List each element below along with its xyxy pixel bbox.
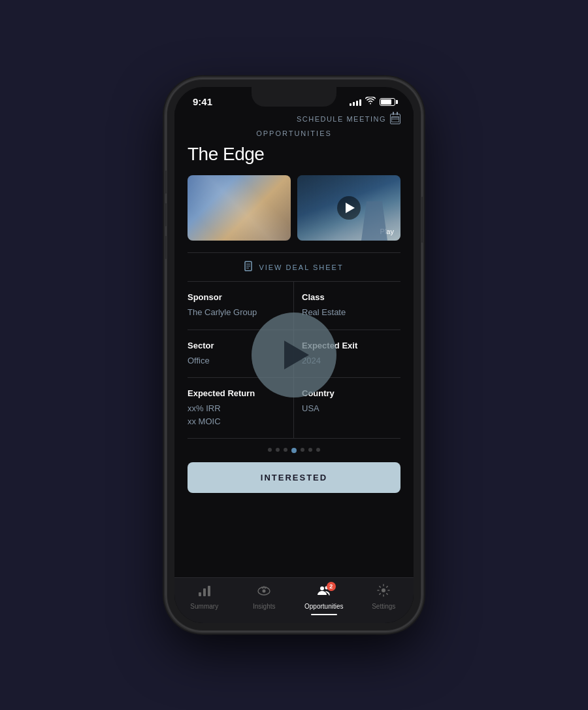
view-deal-sheet-label: VIEW DEAL SHEET [259,263,343,271]
insights-icon [257,583,271,600]
dot-4-active[interactable] [291,448,297,453]
tab-settings[interactable]: Settings [354,583,414,610]
tab-bar: Summary Insights [174,577,414,623]
dot-5[interactable] [301,448,304,452]
schedule-meeting-label: SCHEDULE MEETING [297,115,386,123]
play-label: Play [380,228,394,235]
svg-point-16 [382,588,385,592]
phone-screen: 9:41 [174,87,414,623]
images-row: Play [188,175,400,241]
top-actions: SCHEDULE MEETING [174,110,414,127]
play-button[interactable] [337,196,361,220]
dot-3[interactable] [284,448,287,452]
tab-opportunities[interactable]: 2 Opportunities [294,583,354,610]
schedule-meeting-button[interactable]: SCHEDULE MEETING [297,114,400,124]
page-title: OPPORTUNITIES [174,127,414,144]
property-image-right[interactable]: Play [297,175,400,241]
sponsor-label: Sponsor [188,292,286,302]
bar-chart-icon [197,583,212,600]
big-play-icon [284,341,309,369]
sponsor-value: The Carlyle Group [188,306,286,319]
play-overlay: Play [297,175,400,241]
property-image-left[interactable] [188,175,291,241]
dot-1[interactable] [268,448,272,452]
status-icons [350,97,395,107]
svg-line-13 [265,587,266,588]
class-value: Real Estate [302,306,400,319]
svg-rect-6 [199,592,201,596]
view-deal-sheet-button[interactable]: VIEW DEAL SHEET [188,252,400,282]
opportunities-icon-wrapper: 2 [317,583,331,600]
calendar-icon [390,114,400,124]
tab-opportunities-label: Opportunities [304,603,343,610]
expected-return-value1: xx% IRR [188,402,286,415]
svg-line-11 [262,587,263,588]
wifi-icon [365,97,376,107]
notch [252,87,336,107]
svg-point-10 [263,590,266,593]
play-triangle-icon [346,203,355,213]
signal-icon [350,98,361,106]
phone-device: 9:41 [167,79,421,631]
tab-settings-label: Settings [372,603,395,610]
svg-rect-8 [208,586,210,596]
class-label: Class [302,292,400,302]
settings-icon [376,583,391,600]
country-value: USA [302,402,400,415]
battery-icon [380,98,395,106]
tab-insights[interactable]: Insights [235,583,295,610]
svg-rect-0 [391,117,399,122]
svg-point-14 [320,586,324,590]
pagination-dots [188,439,400,462]
opportunities-badge: 2 [327,582,336,591]
dot-7[interactable] [316,448,320,452]
video-overlay[interactable] [252,313,336,397]
document-icon [244,261,253,273]
opportunity-title: The Edge [188,144,400,165]
status-time: 9:41 [193,96,212,107]
dot-2[interactable] [276,448,280,452]
tab-summary-label: Summary [190,603,218,610]
svg-rect-7 [203,588,206,596]
tab-summary[interactable]: Summary [174,583,235,610]
expected-return-value2: xx MOIC [188,415,286,428]
dot-6[interactable] [308,448,312,452]
tab-insights-label: Insights [253,603,275,610]
interested-button[interactable]: INTERESTED [188,462,400,493]
